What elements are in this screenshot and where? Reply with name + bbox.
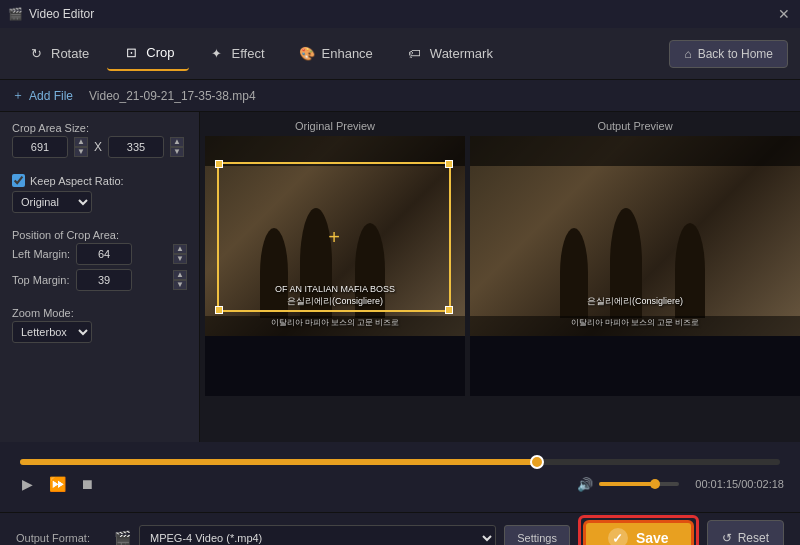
close-button[interactable]: ✕ [776,6,792,22]
filebar: ＋ Add File Video_21-09-21_17-35-38.mp4 [0,80,800,112]
format-label: Output Format: [16,532,106,544]
width-up-button[interactable]: ▲ [74,137,88,147]
settings-button[interactable]: Settings [504,525,570,545]
left-panel: Crop Area Size: ▲ ▼ X ▲ ▼ Keep Aspect Ra… [0,112,200,442]
add-file-label: Add File [29,89,73,103]
watermark-tab[interactable]: 🏷 Watermark [391,38,507,70]
format-select[interactable]: MPEG-4 Video (*.mp4) [139,525,496,545]
watermark-icon: 🏷 [405,44,425,64]
volume-bar[interactable] [599,482,679,486]
x-separator: X [94,140,102,154]
volume-thumb[interactable] [650,479,660,489]
rotate-icon: ↻ [26,44,46,64]
rotate-label: Rotate [51,46,89,61]
format-icon: 🎬 [114,530,131,545]
crop-size-label: Crop Area Size: [12,122,187,134]
keep-aspect-row: Keep Aspect Ratio: [12,174,187,187]
keep-aspect-label: Keep Aspect Ratio: [30,175,124,187]
left-margin-input[interactable] [76,243,132,265]
output-subtitle-kr: 은실리에리(Consigliere) [587,296,683,306]
output-video-frame: 은실리에리(Consigliere) 이탈리아 마피아 보스의 고문 비즈로 [470,136,800,336]
bottom-bar: Output Format: 🎬 MPEG-4 Video (*.mp4) Se… [0,512,800,545]
top-margin-spinner: ▲ ▼ [173,270,187,290]
add-file-button[interactable]: ＋ Add File [12,87,73,104]
original-preview-panel: Original Preview OF AN ITALIAN MAFIA BOS… [200,112,470,442]
top-up-button[interactable]: ▲ [173,270,187,280]
progress-bar[interactable] [20,459,780,465]
height-up-button[interactable]: ▲ [170,137,184,147]
volume-fill [599,482,655,486]
subtitle-line3: 이탈리아 마피아 보스의 고문 비즈로 [271,318,400,327]
titlebar: 🎬 Video Editor ✕ [0,0,800,28]
back-home-label: Back to Home [698,47,773,61]
save-button[interactable]: ✓ Save [583,520,694,545]
reset-label: Reset [738,531,769,545]
save-check-icon: ✓ [608,528,628,545]
volume-icon: 🔊 [577,477,593,492]
left-margin-label: Left Margin: [12,248,70,260]
titlebar-title: 🎬 Video Editor [8,7,94,21]
crop-width-input[interactable] [12,136,68,158]
left-margin-spinner: ▲ ▼ [173,244,187,264]
crop-size-section: Crop Area Size: ▲ ▼ X ▲ ▼ [12,122,187,158]
original-preview-title: Original Preview [295,120,375,132]
crop-tab[interactable]: ⊡ Crop [107,37,188,71]
output-preview-panel: Output Preview 은실리에리(Consigliere) 이탈리아 마… [470,112,800,442]
fast-forward-button[interactable]: ⏩ [46,473,68,495]
zoom-mode-label: Zoom Mode: [12,307,187,319]
rotate-tab[interactable]: ↻ Rotate [12,38,103,70]
zoom-mode-section: Zoom Mode: Letterbox [12,307,187,343]
enhance-tab[interactable]: 🎨 Enhance [283,38,387,70]
height-spinner: ▲ ▼ [170,137,184,157]
output-preview-title: Output Preview [597,120,672,132]
main-content: Crop Area Size: ▲ ▼ X ▲ ▼ Keep Aspect Ra… [0,112,800,442]
aspect-ratio-section: Keep Aspect Ratio: Original [12,174,187,213]
width-down-button[interactable]: ▼ [74,147,88,157]
watermark-label: Watermark [430,46,493,61]
preview-panels: Original Preview OF AN ITALIAN MAFIA BOS… [200,112,800,442]
left-down-button[interactable]: ▼ [173,254,187,264]
toolbar: ↻ Rotate ⊡ Crop ✦ Effect 🎨 Enhance 🏷 Wat… [0,28,800,80]
video-subtitle: OF AN ITALIAN MAFIA BOSS 은실리에리(Consiglie… [205,283,465,308]
margin-inputs: Left Margin: ▲ ▼ Top Margin: ▲ ▼ [12,243,187,291]
enhance-label: Enhance [322,46,373,61]
time-display: 00:01:15/00:02:18 [695,478,784,490]
back-home-icon: ⌂ [684,47,691,61]
output-bottom-area [470,336,800,396]
save-label: Save [636,530,669,545]
position-label: Position of Crop Area: [12,229,187,241]
height-down-button[interactable]: ▼ [170,147,184,157]
timeline-area: ▶ ⏩ ⏹ 🔊 00:01:15/00:02:18 [0,442,800,512]
effect-label: Effect [232,46,265,61]
play-button[interactable]: ▶ [16,473,38,495]
stop-button[interactable]: ⏹ [76,473,98,495]
app-title: Video Editor [29,7,94,21]
reset-icon: ↺ [722,531,732,545]
app-icon: 🎬 [8,7,23,21]
reset-button[interactable]: ↺ Reset [707,520,784,545]
output-subtitle: 은실리에리(Consigliere) [470,295,800,308]
top-margin-input[interactable] [76,269,132,291]
crop-height-input[interactable] [108,136,164,158]
crop-size-inputs: ▲ ▼ X ▲ ▼ [12,136,187,158]
zoom-mode-select[interactable]: Letterbox [12,321,92,343]
progress-thumb[interactable] [530,455,544,469]
back-home-button[interactable]: ⌂ Back to Home [669,40,788,68]
original-bottom-area [205,336,465,396]
volume-control: 🔊 [577,477,679,492]
effect-tab[interactable]: ✦ Effect [193,38,279,70]
top-down-button[interactable]: ▼ [173,280,187,290]
width-spinner: ▲ ▼ [74,137,88,157]
left-up-button[interactable]: ▲ [173,244,187,254]
effect-icon: ✦ [207,44,227,64]
filename-display: Video_21-09-21_17-35-38.mp4 [89,89,256,103]
aspect-ratio-select[interactable]: Original [12,191,92,213]
add-file-icon: ＋ [12,87,24,104]
keep-aspect-checkbox[interactable] [12,174,25,187]
subtitle-line2: 은실리에리(Consigliere) [287,296,383,306]
original-video-frame: OF AN ITALIAN MAFIA BOSS 은실리에리(Consiglie… [205,136,465,336]
output-subtitle-kr2: 이탈리아 마피아 보스의 고문 비즈로 [571,318,700,327]
save-highlight-box: ✓ Save [578,515,699,545]
dark-overlay-top [205,136,465,166]
top-margin-label: Top Margin: [12,274,70,286]
